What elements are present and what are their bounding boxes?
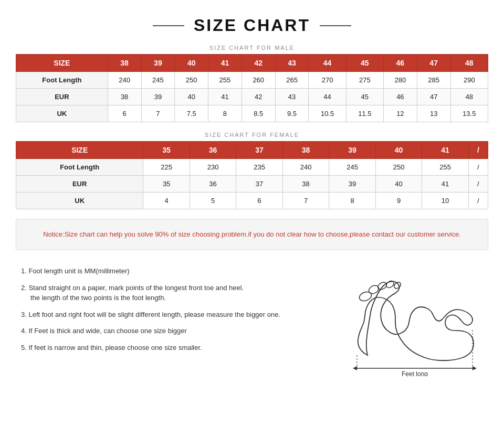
table-cell: Foot Length <box>16 159 143 176</box>
table-cell: / <box>468 159 488 176</box>
male-header-cell: 38 <box>108 55 141 72</box>
table-cell: 42 <box>242 89 275 105</box>
table-cell: 39 <box>141 89 175 105</box>
table-cell: 260 <box>242 72 275 89</box>
table-cell: 47 <box>417 89 450 105</box>
table-cell: 41 <box>422 176 468 193</box>
table-cell: 7.5 <box>175 105 208 122</box>
female-header-cell: 35 <box>143 142 190 159</box>
instruction-2: 2. Stand straight on a paper, mark point… <box>21 283 336 303</box>
table-cell: 255 <box>208 72 242 89</box>
table-cell: 7 <box>282 193 329 209</box>
male-header-cell: 43 <box>275 55 309 72</box>
male-section-label: SIZE CHART FOR MALE <box>16 45 488 51</box>
male-header-cell: 44 <box>309 55 346 72</box>
male-header-cell: 40 <box>175 55 208 72</box>
female-header-cell: 36 <box>190 142 236 159</box>
table-cell: 240 <box>108 72 141 89</box>
male-header-row: SIZE3839404142434445464748 <box>16 55 488 72</box>
notice-box: Notice:Size chart can help you solve 90%… <box>16 219 488 250</box>
table-cell: 290 <box>450 72 488 89</box>
table-cell: 11.5 <box>346 105 383 122</box>
female-header-cell: / <box>468 142 488 159</box>
female-header-cell: 41 <box>422 142 468 159</box>
male-header-cell: 39 <box>141 55 175 72</box>
svg-text:Feet long: Feet long <box>402 370 428 376</box>
table-cell: 35 <box>143 176 190 193</box>
male-header-cell: 46 <box>383 55 417 72</box>
table-cell: 43 <box>275 89 309 105</box>
table-cell: 255 <box>422 159 468 176</box>
foot-svg: Feet long <box>346 266 483 376</box>
instructions-list: 1. Foot length unit is MM(millimeter) 2.… <box>21 266 336 359</box>
foot-diagram: Feet long <box>346 266 483 378</box>
table-cell: 235 <box>236 159 282 176</box>
table-cell: 45 <box>346 89 383 105</box>
table-cell: 40 <box>175 89 208 105</box>
female-header-cell: 39 <box>329 142 375 159</box>
table-cell: 8 <box>329 193 375 209</box>
table-cell: 37 <box>236 176 282 193</box>
table-cell: 44 <box>309 89 346 105</box>
table-cell: 4 <box>143 193 190 209</box>
title-line-left <box>153 25 184 26</box>
table-cell: 270 <box>309 72 346 89</box>
main-title: SIZE CHART <box>194 16 310 35</box>
female-header-cell: 38 <box>282 142 329 159</box>
table-row: UK677.588.59.510.511.5121313.5 <box>16 105 488 122</box>
male-header-cell: SIZE <box>16 55 108 72</box>
table-cell: 36 <box>190 176 236 193</box>
table-cell: 39 <box>329 176 375 193</box>
table-cell: 285 <box>417 72 450 89</box>
table-cell: 230 <box>190 159 236 176</box>
table-cell: 250 <box>375 159 422 176</box>
table-cell: 12 <box>383 105 417 122</box>
instruction-4: 4. If Feet is thick and wide, can choose… <box>21 326 336 336</box>
page-wrapper: SIZE CHART SIZE CHART FOR MALE SIZE38394… <box>0 0 504 399</box>
table-cell: 48 <box>450 89 488 105</box>
male-header-cell: 48 <box>450 55 488 72</box>
table-cell: 6 <box>236 193 282 209</box>
instruction-3: 3. Left foot and right foot will be slig… <box>21 310 336 320</box>
table-cell: 6 <box>108 105 141 122</box>
table-cell: EUR <box>16 176 143 193</box>
table-cell: 8.5 <box>242 105 275 122</box>
table-cell: 265 <box>275 72 309 89</box>
table-row: Foot Length24024525025526026527027528028… <box>16 72 488 89</box>
female-header-row: SIZE35363738394041/ <box>16 142 488 159</box>
table-cell: 41 <box>208 89 242 105</box>
female-header-cell: 40 <box>375 142 422 159</box>
table-cell: 38 <box>282 176 329 193</box>
table-cell: EUR <box>16 89 108 105</box>
male-table-body: Foot Length24024525025526026527027528028… <box>16 72 488 122</box>
table-cell: 40 <box>375 176 422 193</box>
female-size-table: SIZE35363738394041/ Foot Length225230235… <box>16 141 488 209</box>
table-cell: 240 <box>282 159 329 176</box>
table-cell: 245 <box>141 72 175 89</box>
table-cell: / <box>468 193 488 209</box>
table-cell: 250 <box>175 72 208 89</box>
table-cell: 8 <box>208 105 242 122</box>
male-header-cell: 41 <box>208 55 242 72</box>
table-cell: 46 <box>383 89 417 105</box>
female-header-cell: SIZE <box>16 142 143 159</box>
table-cell: / <box>468 176 488 193</box>
svg-marker-6 <box>353 366 357 370</box>
table-cell: 38 <box>108 89 141 105</box>
table-cell: 10 <box>422 193 468 209</box>
svg-marker-7 <box>472 366 477 370</box>
svg-point-3 <box>385 280 395 289</box>
table-row: Foot Length225230235240245250255/ <box>16 159 488 176</box>
table-cell: Foot Length <box>16 72 108 89</box>
table-cell: 13.5 <box>450 105 488 122</box>
female-section-label: SIZE CHART FOR FEMALE <box>16 132 488 138</box>
table-cell: 275 <box>346 72 383 89</box>
female-header-cell: 37 <box>236 142 282 159</box>
table-cell: 13 <box>417 105 450 122</box>
title-line-right <box>320 25 351 26</box>
title-row: SIZE CHART <box>16 16 488 35</box>
table-cell: 225 <box>143 159 190 176</box>
male-size-table: SIZE3839404142434445464748 Foot Length24… <box>16 54 488 122</box>
table-row: EUR35363738394041/ <box>16 176 488 193</box>
female-table-body: Foot Length225230235240245250255/EUR3536… <box>16 159 488 209</box>
